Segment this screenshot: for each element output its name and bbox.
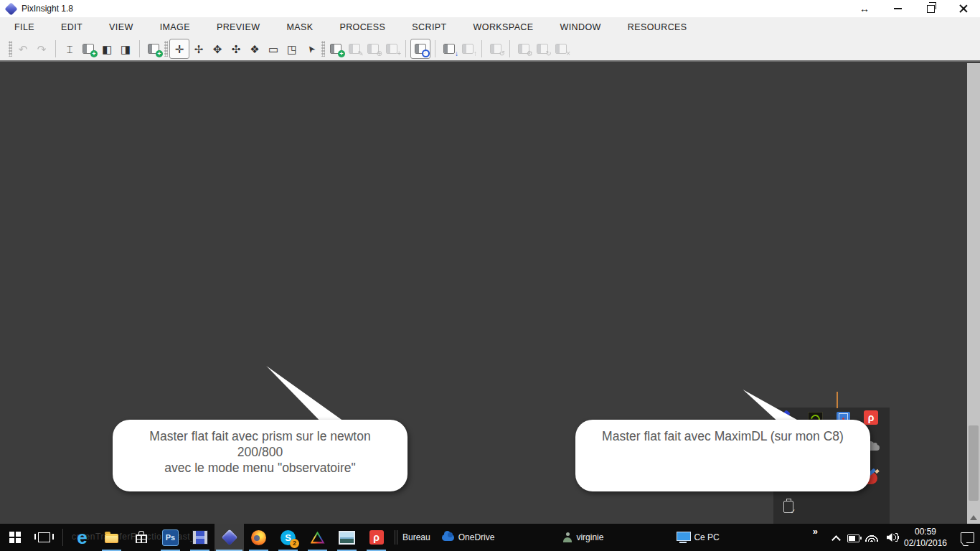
toolbar-separator[interactable] bbox=[51, 39, 60, 58]
clock[interactable]: 00:59 02/10/2016 bbox=[895, 526, 956, 549]
restore-button[interactable] bbox=[914, 0, 947, 17]
view-revert-icon[interactable]: ↺ bbox=[486, 39, 505, 58]
menu-preview[interactable]: PREVIEW bbox=[217, 22, 260, 32]
menu-window[interactable]: WINDOW bbox=[560, 22, 601, 32]
toolbar-separator bbox=[391, 524, 401, 551]
pixinsight-logo-icon bbox=[4, 2, 17, 15]
bubble-text: Master flat fait avec prism sur le newto… bbox=[113, 428, 407, 444]
photos-icon[interactable] bbox=[303, 524, 332, 551]
bubble-text: 200/800 bbox=[113, 444, 407, 460]
windows-taskbar: creenTransferFunction mast_flat e Ps S2 bbox=[0, 524, 980, 551]
computer-icon bbox=[677, 532, 689, 541]
bubble-text: avec le mode menu "observatoire" bbox=[113, 460, 407, 476]
store-icon[interactable] bbox=[126, 524, 156, 551]
view-find-icon[interactable] bbox=[410, 39, 430, 59]
span-monitors-button[interactable]: ↔ bbox=[848, 0, 881, 17]
clock-date: 02/10/2016 bbox=[895, 537, 956, 549]
toolbar-separator[interactable] bbox=[430, 39, 440, 58]
main-titlebar: PixInsight 1.8 ↔ bbox=[0, 0, 980, 17]
taskbar-separator[interactable] bbox=[59, 524, 67, 551]
view-add-icon[interactable]: + bbox=[382, 39, 401, 58]
frame-icon[interactable]: ▭ bbox=[264, 39, 283, 58]
user-folder-item[interactable]: virginie bbox=[563, 524, 603, 551]
left-annotation-bubble: Master flat fait avec prism sur le newto… bbox=[113, 420, 407, 491]
firefox-icon[interactable] bbox=[244, 524, 273, 551]
resize-icon: ↔ bbox=[859, 3, 870, 14]
close-icon bbox=[959, 4, 968, 13]
drag-handle[interactable] bbox=[7, 39, 14, 58]
toolbar-separator[interactable] bbox=[477, 39, 486, 58]
view-export-icon[interactable]: ↑ bbox=[458, 39, 477, 58]
show-hidden-icons-chevron[interactable] bbox=[833, 535, 839, 542]
split-left-icon[interactable]: ◧ bbox=[98, 39, 116, 58]
skype-icon[interactable]: S2 bbox=[273, 524, 303, 551]
menu-resources[interactable]: RESOURCES bbox=[628, 22, 687, 32]
this-pc-item[interactable]: Ce PC bbox=[677, 524, 719, 551]
view-import-icon[interactable]: ↓ bbox=[440, 39, 458, 58]
photofiltre-tray-icon[interactable]: ρ bbox=[864, 410, 878, 425]
photoshop-icon[interactable]: Ps bbox=[156, 524, 185, 551]
view-zoom-new-icon[interactable]: ⊕ bbox=[364, 39, 382, 58]
close-button[interactable] bbox=[947, 0, 980, 17]
task-view-button[interactable] bbox=[29, 524, 59, 551]
cursor-icon[interactable]: ➤ bbox=[301, 39, 320, 58]
view-settings-icon[interactable]: ⚙ bbox=[514, 39, 533, 58]
expand-arrows-icon[interactable]: ✢ bbox=[189, 39, 208, 58]
menu-edit[interactable]: EDIT bbox=[61, 22, 83, 32]
bubble-text: Master flat fait avec MaximDL (sur mon C… bbox=[575, 428, 870, 444]
toolbar-separator[interactable] bbox=[401, 39, 410, 58]
image-viewer-icon[interactable] bbox=[332, 524, 362, 551]
restore-icon bbox=[927, 5, 935, 13]
scrollbar-thumb[interactable] bbox=[969, 425, 979, 501]
photofiltre-icon[interactable]: ρ bbox=[362, 524, 391, 551]
menu-workspace[interactable]: WORKSPACE bbox=[473, 22, 534, 32]
minimize-icon bbox=[894, 8, 902, 9]
new-preview-icon[interactable]: + bbox=[144, 39, 163, 58]
menu-mask[interactable]: MASK bbox=[286, 22, 313, 32]
pixinsight-taskbar-icon[interactable] bbox=[215, 524, 244, 551]
desktop-toolbar-label[interactable]: Bureau bbox=[402, 524, 430, 551]
view-edit-icon[interactable]: ✎ bbox=[345, 39, 364, 58]
usb-safely-remove-icon[interactable] bbox=[783, 501, 793, 513]
file-explorer-icon[interactable] bbox=[97, 524, 126, 551]
split-right-icon[interactable]: ◨ bbox=[116, 39, 135, 58]
clock-time: 00:59 bbox=[895, 526, 956, 537]
minimize-button[interactable] bbox=[881, 0, 914, 17]
frame-cursor-icon[interactable]: ◳ bbox=[283, 39, 301, 58]
view-reload-icon[interactable]: ↻ bbox=[533, 39, 552, 58]
workspace-scrollbar[interactable] bbox=[967, 63, 980, 524]
toolbar-separator[interactable] bbox=[135, 39, 144, 58]
new-image-icon[interactable]: + bbox=[79, 39, 98, 58]
action-center-icon[interactable] bbox=[961, 532, 974, 543]
view-new-icon[interactable]: + bbox=[326, 39, 345, 58]
redo-icon[interactable]: ↷ bbox=[32, 39, 51, 58]
user-icon bbox=[563, 532, 572, 542]
edge-icon[interactable]: e bbox=[67, 524, 97, 551]
app-title: PixInsight 1.8 bbox=[22, 4, 73, 14]
edit-identifier-icon[interactable]: ⌶ bbox=[60, 39, 79, 58]
main-toolbar: ↶ ↷ ⌶ + ◧ ◨ + ✛ ✢ ✥ ✣ ❖ ▭ ◳ ➤ + ✎ ⊕ + bbox=[0, 37, 980, 62]
start-button[interactable] bbox=[0, 524, 29, 551]
toolbar-overflow-chevron[interactable]: » bbox=[813, 526, 818, 537]
wifi-icon[interactable] bbox=[864, 533, 880, 542]
drag-handle[interactable] bbox=[163, 39, 169, 58]
onedrive-item[interactable]: OneDrive bbox=[442, 524, 495, 551]
battery-icon[interactable] bbox=[847, 534, 859, 542]
menu-script[interactable]: SCRIPT bbox=[412, 22, 446, 32]
onedrive-icon bbox=[442, 534, 454, 541]
scrollbar-up-arrow-icon[interactable] bbox=[970, 515, 977, 520]
step-arrows-icon[interactable]: ❖ bbox=[245, 39, 264, 58]
video-editor-icon[interactable] bbox=[185, 524, 215, 551]
drag-handle[interactable] bbox=[320, 39, 326, 58]
contract-arrows-icon[interactable]: ✥ bbox=[208, 39, 227, 58]
menu-image[interactable]: IMAGE bbox=[160, 22, 190, 32]
menu-file[interactable]: FILE bbox=[14, 22, 34, 32]
right-annotation-bubble: Master flat fait avec MaximDL (sur mon C… bbox=[575, 420, 870, 491]
menu-process[interactable]: PROCESS bbox=[339, 22, 385, 32]
view-close-icon[interactable]: × bbox=[552, 39, 570, 58]
menu-view[interactable]: VIEW bbox=[109, 22, 133, 32]
undo-icon[interactable]: ↶ bbox=[14, 39, 32, 58]
toolbar-separator[interactable] bbox=[505, 39, 514, 58]
track-view-icon[interactable]: ✛ bbox=[169, 39, 189, 59]
pan-arrows-icon[interactable]: ✣ bbox=[227, 39, 245, 58]
